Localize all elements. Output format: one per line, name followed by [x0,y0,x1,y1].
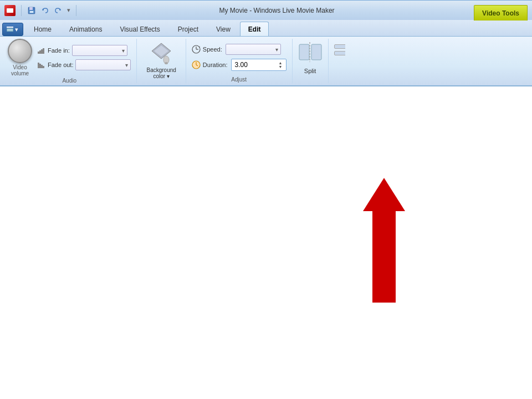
tab-view[interactable]: View [208,22,239,36]
fade-in-row: Fade in: [37,44,127,57]
speed-row: Speed: [192,43,281,55]
speed-dropdown[interactable] [226,44,281,55]
fade-out-icon [37,60,45,69]
audio-section: Videovolume Fade in: [4,39,137,83]
duration-input[interactable]: 3.00 ▲ ▼ [231,59,287,71]
svg-rect-1 [29,7,33,10]
fade-controls: Fade in: Fade out: [37,44,131,71]
background-color-section: Backgroundcolor ▾ [137,39,186,83]
quick-access-separator: ▾ [67,7,70,14]
fade-out-label: Fade out: [48,62,73,68]
split-section: Split [293,39,329,83]
main-area [0,86,532,399]
svg-rect-14 [39,64,41,68]
split-icon [298,40,323,64]
adjust-content: Speed: Duration: 3.00 [192,39,287,75]
duration-label-wrapper: Duration: [192,60,228,69]
fade-in-dropdown[interactable] [72,45,127,56]
video-tools-badge: Video Tools [474,5,528,21]
duration-value: 3.00 [235,61,279,69]
speed-label-wrapper: Speed: [192,45,222,54]
svg-rect-15 [41,65,43,68]
svg-rect-13 [38,63,39,68]
split-section-spacer [298,75,323,83]
save-button[interactable] [25,4,38,17]
split-icon-area [298,40,323,64]
svg-rect-28 [311,44,321,60]
video-volume-label: Videovolume [11,64,29,76]
tab-animations[interactable]: Animations [61,22,110,36]
split-wrapper: Split [298,39,323,75]
undo-button[interactable] [39,4,51,17]
extra-control-2 [334,51,345,55]
svg-rect-8 [7,29,13,31]
svg-rect-10 [39,50,41,54]
red-arrow [363,178,405,303]
separator-2 [76,5,76,16]
window-title: My Movie - Windows Live Movie Maker [80,7,474,14]
audio-section-label: Audio [8,76,131,84]
adjust-section-label: Adjust [192,75,287,83]
fade-in-label: Fade in: [48,47,70,54]
extra-section [329,39,345,83]
ribbon-tabs: ▾ Home Animations Visual Effects Project… [0,20,532,37]
duration-icon [192,60,201,69]
arrow-shaft [372,211,396,303]
extra-control-1 [334,44,345,49]
fade-out-row: Fade out: [37,59,131,71]
adjust-section: Speed: Duration: 3.00 [186,39,293,83]
svg-rect-6 [7,27,13,28]
svg-rect-16 [43,66,44,68]
svg-rect-27 [299,44,309,60]
volume-control: Videovolume [8,39,32,76]
fade-out-dropdown[interactable] [75,59,131,70]
svg-rect-9 [38,52,39,54]
svg-rect-12 [43,48,44,54]
tab-home[interactable]: Home [25,22,60,36]
duration-label: Duration: [203,62,228,68]
svg-point-20 [165,62,168,64]
app-icon [4,5,16,16]
background-color-icon [149,42,173,66]
svg-rect-11 [41,49,43,54]
separator-1 [21,5,22,16]
title-bar: ▾ My Movie - Windows Live Movie Maker Vi… [0,0,532,20]
split-label: Split [304,68,316,74]
duration-row: Duration: 3.00 ▲ ▼ [192,59,287,71]
background-color-label: Backgroundcolor ▾ [146,67,176,79]
tab-project[interactable]: Project [170,22,207,36]
extra-content [334,39,345,55]
speed-icon [192,45,201,54]
bg-color-wrapper: Backgroundcolor ▾ [142,39,180,82]
svg-rect-3 [30,11,33,13]
arrow-head [363,178,405,211]
tab-visual-effects[interactable]: Visual Effects [111,22,168,36]
tab-edit[interactable]: Edit [240,22,269,36]
duration-spinner[interactable]: ▲ ▼ [279,61,283,69]
background-color-button[interactable]: Backgroundcolor ▾ [142,39,180,82]
speed-label: Speed: [203,46,222,53]
audio-content: Videovolume Fade in: [8,39,131,76]
ribbon-content: Videovolume Fade in: [0,37,532,86]
volume-knob[interactable] [8,39,32,63]
bg-color-section-spacer [142,82,180,83]
fade-in-icon [37,46,45,55]
quick-access-button[interactable]: ▾ [2,23,23,36]
redo-button[interactable] [52,4,64,17]
